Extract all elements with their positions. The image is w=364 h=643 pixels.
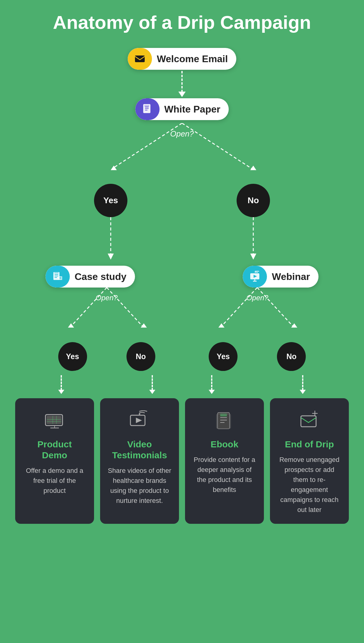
- svg-rect-20: [59, 276, 62, 280]
- case-study-icon: [46, 266, 70, 288]
- flowchart: Welcome Email White Paper: [6, 48, 358, 524]
- webinar-icon: [243, 266, 267, 288]
- webinar-label: Webinar: [267, 271, 318, 282]
- product-demo-card: ProductDemo Offer a demo and a free tria…: [15, 398, 94, 524]
- email-pill-icon: [128, 48, 152, 70]
- ebook-desc: Provide content for a deeper analysis of…: [192, 455, 257, 495]
- case-study-label: Case study: [70, 271, 135, 282]
- svg-point-46: [139, 413, 140, 415]
- cs-arrows: [46, 374, 167, 395]
- yes-circle-3: Yes: [209, 342, 238, 371]
- no-circle-2: No: [126, 342, 155, 371]
- video-testimonials-title: VideoTestimonials: [112, 439, 167, 461]
- open-question-2: Open?: [96, 294, 118, 302]
- case-study-node: Case study: [46, 266, 135, 288]
- yes-circle-1: Yes: [94, 184, 127, 217]
- yes-circle-2: Yes: [58, 342, 87, 371]
- end-of-drip-title: End of Drip: [285, 439, 334, 450]
- svg-marker-30: [141, 323, 147, 328]
- branch-1-container: Open?: [46, 123, 318, 184]
- svg-rect-19: [54, 272, 59, 274]
- arrows-to-level2: [46, 217, 318, 266]
- cs-yes-arrow: [58, 375, 64, 394]
- ebook-icon: [212, 409, 237, 433]
- svg-marker-45: [136, 418, 142, 423]
- svg-marker-12: [108, 254, 114, 260]
- open-question-1: Open?: [170, 129, 194, 139]
- open-question-3: Open?: [246, 294, 268, 302]
- svg-marker-32: [218, 323, 224, 328]
- svg-rect-54: [301, 416, 316, 427]
- no-circle-1: No: [237, 184, 270, 217]
- cs-no-arrow: [149, 375, 155, 394]
- end-of-drip-card: End of Drip Remove unengaged prospects o…: [270, 398, 349, 524]
- level-2-row: Case study Webinar: [46, 266, 318, 288]
- video-testimonials-desc: Share videos of other healthcare brands …: [107, 466, 172, 506]
- product-demo-title: ProductDemo: [37, 439, 72, 461]
- cs-yes-no: Yes No: [46, 342, 167, 371]
- ebook-card: Ebook Provide content for a deeper analy…: [185, 398, 264, 524]
- wb-arrows: [197, 374, 318, 395]
- end-of-drip-desc: Remove unengaged prospects or add them t…: [277, 455, 342, 515]
- outcome-cards: ProductDemo Offer a demo and a free tria…: [6, 398, 358, 524]
- svg-marker-34: [291, 323, 297, 328]
- webinar-branch: Open? Yes No: [193, 288, 322, 395]
- webinar-node: Webinar: [243, 266, 318, 288]
- whitepaper-pill-icon: [135, 98, 160, 120]
- svg-marker-10: [250, 166, 256, 170]
- welcome-email-label: Welcome Email: [152, 53, 236, 65]
- wb-no-arrow: [300, 375, 306, 394]
- page-title: Anatomy of a Drip Campaign: [53, 12, 311, 33]
- sub-branches: Open? Yes No: [42, 288, 322, 395]
- wb-yes-no: Yes No: [197, 342, 318, 371]
- svg-rect-6: [144, 105, 149, 107]
- product-demo-desc: Offer a demo and a free trial of the pro…: [22, 466, 87, 496]
- case-study-branch: Open? Yes No: [42, 288, 171, 395]
- arrows-svg-2: [46, 217, 318, 266]
- wb-yes-arrow: [209, 375, 215, 394]
- yes-no-row-1: Yes No: [46, 184, 318, 217]
- product-demo-icon: [42, 409, 67, 433]
- video-testimonials-icon: [127, 409, 152, 433]
- welcome-email-node: Welcome Email: [128, 48, 236, 70]
- wb-branch-svg-container: Open?: [197, 288, 318, 342]
- end-of-drip-icon: [297, 409, 322, 433]
- no-circle-3: No: [277, 342, 306, 371]
- svg-rect-36: [47, 416, 61, 424]
- arrow-1: [178, 71, 186, 97]
- white-paper-label: White Paper: [160, 104, 229, 115]
- svg-marker-14: [250, 254, 256, 260]
- ebook-title: Ebook: [211, 439, 238, 450]
- video-testimonials-card: VideoTestimonials Share videos of other …: [100, 398, 179, 524]
- svg-rect-0: [135, 56, 145, 62]
- svg-marker-28: [68, 323, 74, 328]
- white-paper-node: White Paper: [135, 98, 229, 120]
- cs-branch-svg-container: Open?: [46, 288, 167, 342]
